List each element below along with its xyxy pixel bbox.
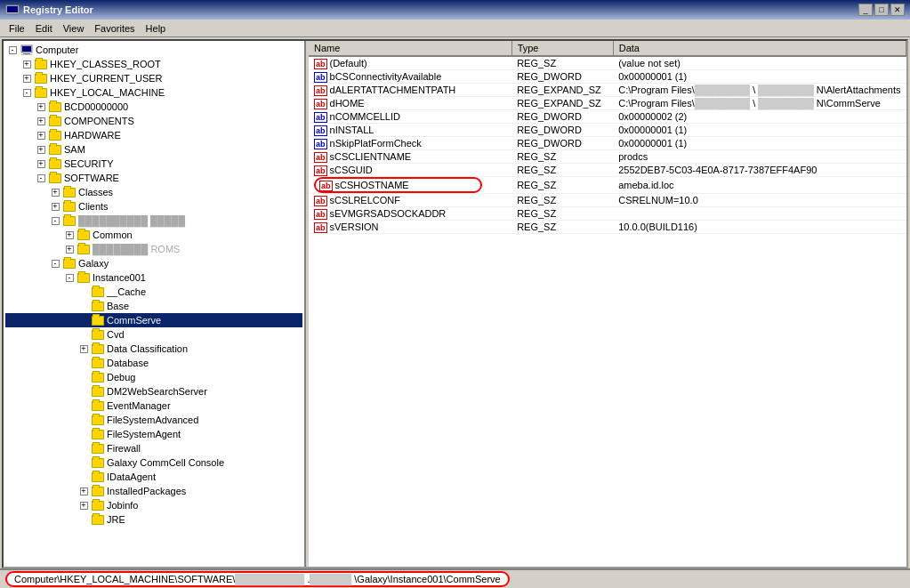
app-icon	[5, 3, 20, 17]
tree-row-cache[interactable]: __Cache	[5, 285, 302, 299]
tree-row-dataclassification[interactable]: + Data Classification	[5, 342, 302, 356]
tree-row-software[interactable]: - SOFTWARE	[5, 171, 302, 185]
expander-base[interactable]	[77, 299, 91, 313]
maximize-button[interactable]: □	[874, 4, 889, 16]
tree-row-base[interactable]: Base	[5, 299, 302, 313]
tree-label-base: Base	[107, 301, 129, 311]
expander-firewall[interactable]	[77, 441, 91, 455]
expander-classes[interactable]: +	[48, 185, 62, 199]
tree-row-filesystemagent[interactable]: FileSystemAgent	[5, 427, 302, 441]
folder-icon-security	[48, 157, 62, 171]
table-row[interactable]: abbCSConnectivityAvailable REG_DWORD 0x0…	[309, 70, 906, 84]
tree-row-masked-roms[interactable]: + ████████ ROMS	[5, 242, 302, 256]
tree-row-galaxycommcell[interactable]: Galaxy CommCell Console	[5, 455, 302, 470]
tree-row-installedpackages[interactable]: + InstalledPackages	[5, 484, 302, 498]
table-row[interactable]: abdALERTATTACHMENTPATH REG_EXPAND_SZ C:\…	[309, 84, 906, 97]
tree-row-idataagent[interactable]: IDataAgent	[5, 470, 302, 484]
tree-row-firewall[interactable]: Firewall	[5, 441, 302, 455]
tree-row-sam[interactable]: + SAM	[5, 142, 302, 157]
cell-type: REG_SZ	[511, 207, 613, 221]
tree-row-cvd[interactable]: Cvd	[5, 327, 302, 342]
tree-row-jre[interactable]: JRE	[5, 512, 302, 527]
expander-hardware[interactable]: +	[34, 128, 48, 142]
tree-row-instance001[interactable]: - Instance001	[5, 270, 302, 285]
tree-row-galaxy[interactable]: - Galaxy	[5, 256, 302, 270]
expander-instance001[interactable]: -	[62, 270, 77, 285]
expander-masked-roms[interactable]: +	[62, 242, 77, 256]
table-row[interactable]: ab(Default) REG_SZ (value not set)	[309, 56, 906, 70]
tree-row-clients[interactable]: + Clients	[5, 199, 302, 213]
tree-row-masked[interactable]: - ██████████ █████	[5, 213, 302, 228]
table-row[interactable]: absEVMGRSADSOCKADDR REG_SZ	[309, 207, 906, 221]
expander-idataagent[interactable]	[77, 470, 91, 484]
tree-row-computer[interactable]: - Computer	[5, 43, 302, 57]
tree-row-filesystemadvanced[interactable]: FileSystemAdvanced	[5, 413, 302, 427]
folder-icon-jre	[91, 512, 105, 527]
expander-galaxycommcell[interactable]	[77, 455, 91, 470]
tree-row-database[interactable]: Database	[5, 356, 302, 370]
tree-row-commserve[interactable]: CommServe	[5, 313, 302, 327]
expander-commserve[interactable]	[77, 313, 91, 327]
tree-row-common[interactable]: + Common	[5, 228, 302, 242]
table-row[interactable]: absCSLRELCONF REG_SZ CSRELNUM=10.0	[309, 194, 906, 207]
tree-row-hardware[interactable]: + HARDWARE	[5, 128, 302, 142]
table-row[interactable]: absCSGUID REG_SZ 2552DEB7-5C03-4E0A-8717…	[309, 164, 906, 177]
expander-filesystemagent[interactable]	[77, 427, 91, 441]
tree-row-components[interactable]: + COMPONENTS	[5, 114, 302, 128]
tree-row-classes-root[interactable]: + HKEY_CLASSES_ROOT	[5, 57, 302, 71]
minimize-button[interactable]: _	[858, 4, 873, 16]
menu-file[interactable]: File	[4, 21, 30, 36]
close-button[interactable]: ✕	[890, 4, 905, 16]
expander-software[interactable]: -	[34, 171, 48, 185]
title-bar-left: Registry Editor	[5, 3, 93, 17]
expander-security[interactable]: +	[34, 157, 48, 171]
tree-row-bcd[interactable]: + BCD00000000	[5, 100, 302, 114]
tree-row-current-user[interactable]: + HKEY_CURRENT_USER	[5, 71, 302, 85]
tree-row-classes[interactable]: + Classes	[5, 185, 302, 199]
table-row[interactable]: abnSkipPlatFormCheck REG_DWORD 0x0000000…	[309, 137, 906, 150]
expander-debug[interactable]	[77, 370, 91, 384]
expander-cvd[interactable]	[77, 327, 91, 342]
expander-local-machine[interactable]: -	[20, 85, 34, 100]
expander-computer[interactable]: -	[5, 43, 20, 57]
folder-icon-eventmanager	[91, 399, 105, 413]
table-row[interactable]: abnINSTALL REG_DWORD 0x00000001 (1)	[309, 124, 906, 137]
tree-row-dm2web[interactable]: DM2WebSearchServer	[5, 384, 302, 399]
folder-icon-firewall	[91, 441, 105, 455]
expander-sam[interactable]: +	[34, 142, 48, 157]
tree-row-local-machine[interactable]: - HKEY_LOCAL_MACHINE	[5, 85, 302, 100]
menu-help[interactable]: Help	[141, 21, 172, 36]
expander-bcd[interactable]: +	[34, 100, 48, 114]
folder-icon-cache	[91, 285, 105, 299]
tree-row-eventmanager[interactable]: EventManager	[5, 399, 302, 413]
tree-row-security[interactable]: + SECURITY	[5, 157, 302, 171]
expander-masked[interactable]: -	[48, 213, 62, 228]
expander-jre[interactable]	[77, 512, 91, 527]
folder-icon-installedpackages	[91, 484, 105, 498]
menu-favorites[interactable]: Favorites	[89, 21, 140, 36]
table-row[interactable]: abdHOME REG_EXPAND_SZ C:\Program Files\█…	[309, 97, 906, 110]
table-row-scshostname[interactable]: absCSHOSTNAME REG_SZ ameba.id.loc	[309, 177, 906, 194]
expander-current-user[interactable]: +	[20, 71, 34, 85]
table-row[interactable]: absVERSION REG_SZ 10.0.0(BUILD116)	[309, 221, 906, 234]
expander-database[interactable]	[77, 356, 91, 370]
expander-dm2web[interactable]	[77, 384, 91, 399]
expander-installedpackages[interactable]: +	[77, 484, 91, 498]
expander-common[interactable]: +	[62, 228, 77, 242]
expander-classes-root[interactable]: +	[20, 57, 34, 71]
table-row[interactable]: absCSCLIENTNAME REG_SZ prodcs	[309, 150, 906, 164]
expander-eventmanager[interactable]	[77, 399, 91, 413]
expander-cache[interactable]	[77, 285, 91, 299]
tree-row-debug[interactable]: Debug	[5, 370, 302, 384]
expander-jobinfo[interactable]: +	[77, 498, 91, 512]
table-row[interactable]: abnCOMMCELLID REG_DWORD 0x00000002 (2)	[309, 110, 906, 124]
expander-components[interactable]: +	[34, 114, 48, 128]
menu-edit[interactable]: Edit	[30, 21, 58, 36]
expander-clients[interactable]: +	[48, 199, 62, 213]
expander-dataclassification[interactable]: +	[77, 342, 91, 356]
expander-filesystemadvanced[interactable]	[77, 413, 91, 427]
menu-view[interactable]: View	[58, 21, 90, 36]
folder-icon-cvd	[91, 327, 105, 342]
expander-galaxy[interactable]: -	[48, 256, 62, 270]
tree-row-jobinfo[interactable]: + Jobinfo	[5, 498, 302, 512]
